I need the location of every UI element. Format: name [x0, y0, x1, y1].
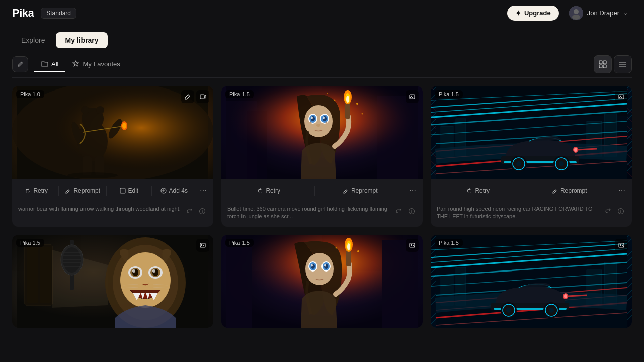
library-tab[interactable]: My library [56, 32, 107, 48]
version-badge-6: Pika 1.5 [435, 239, 463, 247]
svg-rect-54 [410, 95, 415, 99]
svg-point-53 [327, 93, 328, 94]
image-overlay-icon-2[interactable] [406, 90, 419, 103]
svg-point-129 [324, 264, 326, 266]
card-image-3[interactable]: Pika 1.5 [431, 86, 632, 179]
version-badge-5: Pika 1.5 [225, 239, 254, 247]
image-overlay-icon-3[interactable] [615, 90, 628, 103]
share-icon-3[interactable] [603, 206, 613, 216]
edit-button-1[interactable]: Edit [108, 185, 150, 197]
svg-rect-3 [599, 61, 602, 64]
card-image-5[interactable]: Pika 1.5 [221, 235, 423, 328]
add4s-button-1[interactable]: Add 4s [153, 185, 195, 197]
svg-point-50 [356, 103, 358, 105]
more-button-3[interactable]: ⋯ [615, 184, 629, 198]
svg-point-42 [323, 117, 325, 119]
filter-all[interactable]: All [34, 57, 65, 72]
card-image-6[interactable]: Pika 1.5 [431, 235, 632, 328]
more-button-2[interactable]: ⋯ [406, 184, 420, 198]
card-desc-3: Pan round high speed neon racing car RAC… [431, 201, 632, 227]
svg-point-133 [347, 243, 350, 250]
image-overlay-icon-5[interactable] [406, 239, 419, 252]
list-view-button[interactable] [614, 55, 632, 73]
svg-point-16 [96, 106, 104, 114]
svg-rect-90 [27, 247, 38, 303]
svg-point-52 [362, 113, 363, 115]
svg-point-44 [310, 122, 312, 123]
plan-badge: Standard [41, 8, 76, 19]
filter-tabs: All My Favorites [34, 57, 127, 72]
edit-button[interactable] [12, 56, 28, 72]
header: Pika Standard ✦ Upgrade Jon Draper ⌄ [0, 0, 644, 26]
reprompt-button-2[interactable]: Reprompt [316, 185, 405, 197]
info-icon-1[interactable] [197, 206, 207, 216]
card-desc-1: warrior bear with flaming arrow walking … [12, 201, 213, 225]
svg-point-134 [357, 250, 359, 252]
svg-rect-115 [200, 243, 205, 247]
svg-point-51 [334, 100, 336, 101]
svg-point-78 [516, 161, 521, 166]
svg-rect-5 [599, 65, 602, 68]
card-image-1[interactable]: Pika 1.0 [12, 86, 213, 179]
video-overlay-icon[interactable] [196, 90, 209, 103]
avatar [569, 6, 583, 20]
folder-icon [41, 60, 48, 67]
star-icon [72, 60, 79, 67]
upgrade-button[interactable]: ✦ Upgrade [507, 6, 559, 21]
svg-point-2 [572, 15, 580, 20]
svg-point-24 [67, 172, 118, 178]
header-left: Pika Standard [12, 7, 76, 20]
svg-rect-166 [619, 243, 624, 247]
svg-point-159 [506, 308, 511, 313]
retry-button-1[interactable]: Retry [15, 185, 57, 197]
more-button-1[interactable]: ⋯ [196, 184, 210, 198]
info-icon-3[interactable] [616, 206, 626, 216]
reprompt-button-1[interactable]: Reprompt [60, 185, 105, 197]
retry-button-2[interactable]: Retry [224, 185, 313, 197]
svg-point-83 [574, 148, 577, 152]
card-actions-3: Retry Reprompt ⋯ [431, 179, 632, 201]
image-overlay-icon-6[interactable] [615, 239, 628, 252]
share-icon-2[interactable] [393, 206, 404, 216]
spark-icon: ✦ [515, 9, 521, 17]
svg-rect-120 [382, 240, 418, 328]
table-row: Pika 1.0 [12, 86, 213, 227]
card-image-4[interactable]: Pika 1.5 [12, 235, 213, 328]
overlay-icons-1 [181, 90, 209, 103]
version-badge-4: Pika 1.5 [16, 239, 44, 247]
explore-tab[interactable]: Explore [12, 32, 54, 48]
grid-container: Pika 1.0 [0, 78, 644, 361]
card-desc-2: Bullet time, 360 camera move round girl … [221, 201, 423, 227]
image-overlay-icon-4[interactable] [196, 239, 209, 252]
svg-point-1 [574, 9, 579, 14]
reprompt-button-3[interactable]: Reprompt [525, 185, 614, 197]
svg-point-135 [336, 247, 337, 248]
user-name: Jon Draper [587, 9, 619, 17]
svg-rect-119 [226, 245, 252, 328]
user-menu[interactable]: Jon Draper ⌄ [565, 4, 632, 22]
svg-point-162 [549, 308, 554, 313]
svg-point-21 [122, 123, 126, 129]
grid-view-button[interactable] [594, 55, 612, 73]
svg-point-164 [564, 294, 567, 298]
svg-point-49 [346, 96, 349, 103]
toolbar-left: All My Favorites [12, 56, 127, 72]
table-row: Pika 1.5 [221, 235, 423, 328]
card-actions-1: Retry Reprompt Edit Add 4s ⋯ [12, 179, 213, 201]
svg-point-106 [132, 269, 135, 273]
toolbar-right [594, 55, 632, 73]
svg-rect-4 [603, 61, 606, 64]
info-icon-2[interactable] [407, 206, 417, 216]
svg-rect-25 [200, 95, 204, 99]
media-grid: Pika 1.0 [12, 86, 632, 328]
filter-favorites[interactable]: My Favorites [65, 57, 127, 72]
svg-point-15 [81, 106, 89, 114]
version-badge-1: Pika 1.0 [16, 90, 44, 98]
card-image-2[interactable]: Pika 1.5 [221, 86, 423, 179]
svg-point-43 [316, 124, 320, 127]
table-row: Pika 1.5 [431, 235, 632, 328]
nav-tabs: Explore My library [0, 26, 644, 48]
share-icon-1[interactable] [184, 206, 194, 216]
retry-button-3[interactable]: Retry [434, 185, 523, 197]
edit-overlay-icon[interactable] [181, 90, 194, 103]
